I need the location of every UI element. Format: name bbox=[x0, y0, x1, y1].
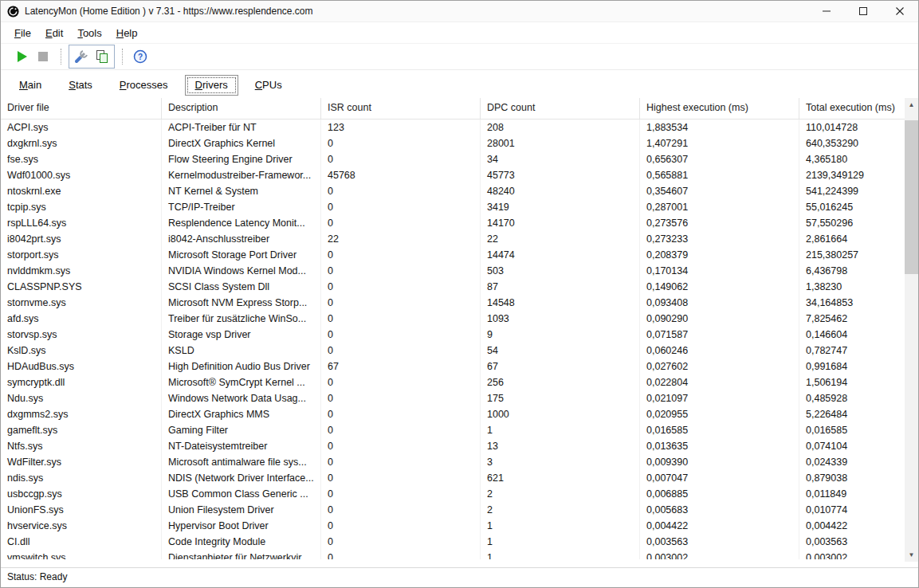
column-header-isr-count[interactable]: ISR count bbox=[321, 98, 481, 119]
app-logo-icon bbox=[7, 6, 19, 18]
table-cell: 0 bbox=[321, 390, 481, 406]
scroll-up-arrow[interactable]: ▲ bbox=[905, 98, 918, 112]
table-cell: 0 bbox=[321, 374, 481, 390]
table-row[interactable]: rspLLL64.sysResplendence Latency Monit..… bbox=[1, 215, 905, 231]
table-cell: 0 bbox=[321, 199, 481, 215]
status-text: Status: Ready bbox=[7, 571, 67, 582]
table-cell: 1 bbox=[481, 518, 640, 534]
table-cell: CLASSPNP.SYS bbox=[1, 279, 162, 295]
table-cell: 0,007047 bbox=[640, 470, 799, 486]
menu-item-edit[interactable]: Edit bbox=[38, 25, 70, 41]
table-row[interactable]: i8042prt.sysi8042-Anschlusstreiber22220,… bbox=[1, 231, 905, 247]
minimize-button[interactable] bbox=[808, 1, 845, 22]
table-cell: 0,565881 bbox=[640, 167, 799, 183]
table-row[interactable]: fse.sysFlow Steering Engine Driver0340,6… bbox=[1, 151, 905, 167]
table-cell: KslD.sys bbox=[1, 343, 162, 359]
table-cell: 0,656307 bbox=[640, 151, 799, 167]
tab-drivers[interactable]: Drivers bbox=[185, 75, 238, 96]
table-row[interactable]: ndis.sysNDIS (Network Driver Interface..… bbox=[1, 470, 905, 486]
play-icon bbox=[18, 51, 27, 62]
table-cell: 0 bbox=[321, 183, 481, 199]
table-cell: i8042-Anschlusstreiber bbox=[162, 231, 321, 247]
table-cell: 0,020955 bbox=[640, 406, 799, 422]
table-row[interactable]: HDAudBus.sysHigh Definition Audio Bus Dr… bbox=[1, 359, 905, 374]
table-row[interactable]: storvsp.sysStorage vsp Driver090,0715870… bbox=[1, 327, 905, 343]
tab-processes[interactable]: Processes bbox=[109, 75, 179, 96]
table-cell: 5,226484 bbox=[799, 406, 905, 422]
table-cell: NT Kernel & System bbox=[162, 183, 321, 199]
table-cell: Code Integrity Module bbox=[162, 534, 321, 550]
table-cell: vmswitch.sys bbox=[1, 550, 162, 559]
table-row[interactable]: vmswitch.sysDienstanbieter für Netzwerkv… bbox=[1, 550, 905, 559]
help-button[interactable]: ? bbox=[130, 46, 151, 67]
column-header-total-execution-ms[interactable]: Total execution (ms) bbox=[799, 98, 905, 119]
table-cell: i8042prt.sys bbox=[1, 231, 162, 247]
table-cell: 0,005683 bbox=[640, 502, 799, 518]
column-header-highest-execution-ms[interactable]: Highest execution (ms) bbox=[640, 98, 799, 119]
vertical-scrollbar[interactable]: ▲ ▼ bbox=[905, 98, 918, 562]
table-row[interactable]: dxgmms2.sysDirectX Graphics MMS010000,02… bbox=[1, 406, 905, 422]
table-cell: NDIS (Network Driver Interface... bbox=[162, 470, 321, 486]
table-cell: 0 bbox=[321, 406, 481, 422]
table-row[interactable]: storport.sysMicrosoft Storage Port Drive… bbox=[1, 247, 905, 263]
table-cell: 0,146604 bbox=[799, 327, 905, 343]
table-row[interactable]: Ntfs.sysNT-Dateisystemtreiber0130,013635… bbox=[1, 438, 905, 454]
tab-cpus[interactable]: CPUs bbox=[245, 75, 293, 96]
tab-stats[interactable]: Stats bbox=[58, 75, 103, 96]
table-cell: 215,380257 bbox=[799, 247, 905, 263]
table-header: Driver fileDescriptionISR countDPC count… bbox=[1, 98, 905, 120]
maximize-button[interactable] bbox=[845, 1, 882, 22]
table-row[interactable]: ACPI.sysACPI-Treiber für NT1232081,88353… bbox=[1, 120, 905, 135]
table-cell: 67 bbox=[321, 359, 481, 374]
table-row[interactable]: CI.dllCode Integrity Module010,0035630,0… bbox=[1, 534, 905, 550]
column-header-description[interactable]: Description bbox=[162, 98, 321, 119]
table-cell: 0,021097 bbox=[640, 390, 799, 406]
table-cell: tcpip.sys bbox=[1, 199, 162, 215]
close-button[interactable] bbox=[882, 1, 918, 22]
table-row[interactable]: Ndu.sysWindows Network Data Usag...01750… bbox=[1, 390, 905, 406]
table-cell: 54 bbox=[481, 343, 640, 359]
table-row[interactable]: gameflt.sysGaming Filter010,0165850,0165… bbox=[1, 422, 905, 438]
table-row[interactable]: afd.sysTreiber für zusätzliche WinSo...0… bbox=[1, 311, 905, 327]
table-cell: 0,074104 bbox=[799, 438, 905, 454]
menu-item-tools[interactable]: Tools bbox=[70, 25, 108, 41]
table-cell: 3419 bbox=[481, 199, 640, 215]
options-button[interactable] bbox=[71, 46, 92, 67]
tab-main[interactable]: Main bbox=[9, 75, 52, 96]
start-monitor-button[interactable] bbox=[12, 46, 33, 67]
stop-monitor-button[interactable] bbox=[33, 46, 53, 67]
table-cell: Ntfs.sys bbox=[1, 438, 162, 454]
table-cell: 0,004422 bbox=[799, 518, 905, 534]
table-row[interactable]: tcpip.sysTCP/IP-Treiber034190,28700155,0… bbox=[1, 199, 905, 215]
table-row[interactable]: ntoskrnl.exeNT Kernel & System0482400,35… bbox=[1, 183, 905, 199]
svg-text:?: ? bbox=[138, 53, 143, 61]
table-row[interactable]: stornvme.sysMicrosoft NVM Express Storp.… bbox=[1, 295, 905, 311]
table-cell: symcryptk.dll bbox=[1, 374, 162, 390]
table-row[interactable]: hvservice.sysHypervisor Boot Driver010,0… bbox=[1, 518, 905, 534]
table-row[interactable]: CLASSPNP.SYSSCSI Class System Dll0870,14… bbox=[1, 279, 905, 295]
table-cell: 0 bbox=[321, 263, 481, 279]
table-cell: 0,013635 bbox=[640, 438, 799, 454]
column-header-driver-file[interactable]: Driver file bbox=[1, 98, 162, 119]
stop-icon bbox=[38, 52, 48, 61]
table-cell: 0,879038 bbox=[799, 470, 905, 486]
table-cell: 1 bbox=[481, 534, 640, 550]
table-cell: 0 bbox=[321, 215, 481, 231]
table-row[interactable]: WdFilter.sysMicrosoft antimalware file s… bbox=[1, 454, 905, 470]
table-cell: 0,022804 bbox=[640, 374, 799, 390]
table-row[interactable]: UnionFS.sysUnion Filesystem Driver020,00… bbox=[1, 502, 905, 518]
table-row[interactable]: KslD.sysKSLD0540,0602460,782747 bbox=[1, 343, 905, 359]
copy-report-button[interactable] bbox=[92, 46, 112, 67]
table-cell: NVIDIA Windows Kernel Mod... bbox=[162, 263, 321, 279]
table-row[interactable]: Wdf01000.sysKernelmodustreiber-Framewor.… bbox=[1, 167, 905, 183]
table-row[interactable]: dxgkrnl.sysDirectX Graphics Kernel028001… bbox=[1, 135, 905, 151]
scrollbar-thumb[interactable] bbox=[905, 120, 918, 274]
window-title: LatencyMon (Home Edition ) v 7.31 - http… bbox=[25, 6, 313, 17]
menu-item-help[interactable]: Help bbox=[109, 25, 145, 41]
table-row[interactable]: usbccgp.sysUSB Common Class Generic ...0… bbox=[1, 486, 905, 502]
scroll-down-arrow[interactable]: ▼ bbox=[905, 548, 918, 562]
column-header-dpc-count[interactable]: DPC count bbox=[481, 98, 640, 119]
table-row[interactable]: symcryptk.dllMicrosoft® SymCrypt Kernel … bbox=[1, 374, 905, 390]
menu-item-file[interactable]: File bbox=[7, 25, 38, 41]
table-row[interactable]: nvlddmkm.sysNVIDIA Windows Kernel Mod...… bbox=[1, 263, 905, 279]
